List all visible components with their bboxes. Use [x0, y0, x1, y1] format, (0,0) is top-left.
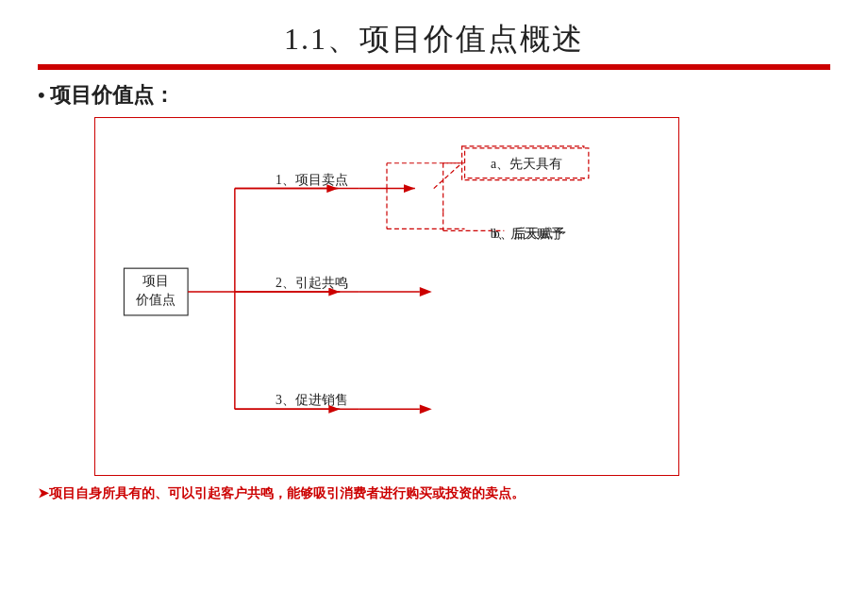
- svg-line-6: [434, 163, 462, 189]
- center-label-line2: 价值点: [135, 293, 175, 307]
- center-label-line1: 项目: [142, 274, 169, 288]
- diagram-box: 项目 价值点 1、项目卖点 a、先天具有: [94, 117, 679, 476]
- page: 1.1、项目价值点概述 • 项目价值点： 项目 价值点: [0, 0, 868, 593]
- item2-label: 2、引起共鸣: [275, 276, 348, 290]
- diagram-svg: 项目 价值点 1、项目卖点 a、先天具有: [95, 118, 678, 475]
- svg-text:a、先天具有: a、先天具有: [491, 157, 562, 171]
- svg-marker-13: [420, 287, 432, 296]
- diagram-wrapper: 项目 价值点 1、项目卖点 a、先天具有: [94, 117, 830, 476]
- title-section: 1.1、项目价值点概述: [38, 19, 830, 70]
- bullet-section: • 项目价值点：: [38, 81, 830, 110]
- description: ➤项目自身所具有的、可以引起客户共鸣，能够吸引消费者进行购买或投资的卖点。: [38, 485, 830, 502]
- bullet-dot: •: [38, 83, 50, 107]
- item3-label: 3、促进销售: [275, 393, 348, 407]
- bullet-label: • 项目价值点：: [38, 81, 175, 110]
- item1-label: 1、项目卖点: [275, 173, 348, 187]
- svg-text:b、后天赋予: b、后天赋予: [491, 227, 563, 241]
- title-underline: [38, 64, 830, 70]
- svg-marker-16: [420, 404, 432, 414]
- description-text: ➤项目自身所具有的、可以引起客户共鸣，能够吸引消费者进行购买或投资的卖点。: [38, 486, 525, 500]
- page-title: 1.1、项目价值点概述: [38, 19, 830, 60]
